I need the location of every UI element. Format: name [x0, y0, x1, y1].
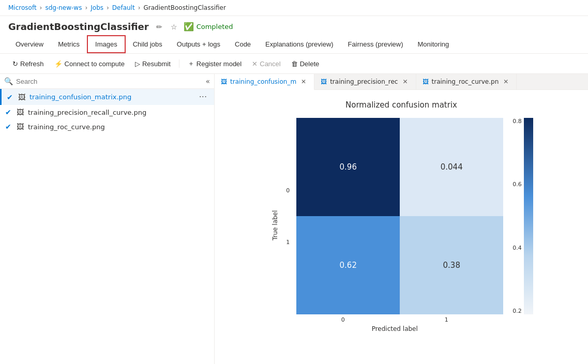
color-scale: 0.8 0.6 0.4 0.2: [512, 118, 533, 332]
register-model-button[interactable]: ＋ Register model: [184, 57, 246, 70]
tab-explanations[interactable]: Explanations (preview): [258, 36, 341, 52]
tab-monitoring[interactable]: Monitoring: [411, 36, 457, 52]
check-circle-icon: ✅: [184, 22, 194, 32]
cell-true1-pred0: 0.62: [296, 216, 400, 314]
x-tick-0: 0: [341, 316, 345, 323]
cell-true0-pred1: 0.044: [400, 118, 503, 216]
chart-area: Normalized confusion matrix True label 0…: [215, 90, 588, 364]
status-text: Completed: [197, 23, 233, 31]
search-bar: 🔍 «: [0, 74, 214, 89]
chart-title: Normalized confusion matrix: [345, 100, 457, 110]
connect-button[interactable]: ⚡ Connect to compute: [50, 58, 129, 70]
main-tabs: Overview Metrics Images Child jobs Outpu…: [0, 35, 588, 54]
file-item-confusion[interactable]: ✔ 🖼 training_confusion_matrix.png ···: [0, 89, 214, 105]
tab-images[interactable]: Images: [87, 35, 126, 53]
star-icon[interactable]: ☆: [169, 22, 179, 32]
plug-icon: ⚡: [54, 60, 63, 68]
tab-image-icon-2: 🖼: [321, 78, 327, 85]
tab-metrics[interactable]: Metrics: [51, 36, 87, 52]
y-ticks: 0 1: [286, 118, 296, 314]
file-name-roc[interactable]: training_roc_curve.png: [28, 123, 209, 131]
tab-fairness[interactable]: Fairness (preview): [341, 36, 411, 52]
check-icon: ✔: [7, 93, 15, 101]
content-tab-roc[interactable]: 🖼 training_roc_curve.pn ✕: [416, 74, 517, 89]
breadcrumb-jobs[interactable]: Jobs: [91, 4, 103, 11]
search-input[interactable]: [16, 78, 202, 85]
content-tab-label-precision: training_precision_rec: [330, 78, 398, 85]
cell-value-11: 0.38: [443, 261, 460, 270]
chart-main: 0 1 0.96 0.044: [286, 118, 503, 332]
cancel-icon: ✕: [252, 60, 258, 68]
close-tab-roc[interactable]: ✕: [502, 78, 510, 86]
file-sidebar: 🔍 « ✔ 🖼 training_confusion_matrix.png ··…: [0, 74, 215, 364]
confusion-matrix: 0.96 0.044 0.62 0.38: [296, 118, 503, 314]
main-layout: 🔍 « ✔ 🖼 training_confusion_matrix.png ··…: [0, 74, 588, 364]
refresh-button[interactable]: ↻ Refresh: [8, 58, 48, 70]
x-tick-1: 1: [445, 316, 448, 323]
collapse-panel-icon[interactable]: «: [205, 77, 210, 85]
check-icon-2: ✔: [5, 108, 13, 116]
content-area: 🖼 training_confusion_m ✕ 🖼 training_prec…: [215, 74, 588, 364]
scale-tick-labels: 0.8 0.6 0.4 0.2: [512, 118, 522, 314]
tab-image-icon-3: 🖼: [423, 78, 429, 85]
tab-image-icon: 🖼: [221, 78, 227, 85]
breadcrumb: Microsoft › sdg-new-ws › Jobs › Default …: [0, 0, 588, 16]
file-item-precision[interactable]: ✔ 🖼 training_precision_recall_curve.png: [0, 105, 214, 119]
color-scale-bar: [524, 118, 533, 314]
delete-button[interactable]: 🗑 Delete: [287, 58, 324, 70]
toolbar: ↻ Refresh ⚡ Connect to compute ▷ Resubmi…: [0, 54, 588, 74]
search-icon: 🔍: [4, 77, 13, 85]
more-options-icon[interactable]: ···: [197, 92, 209, 102]
close-tab-precision[interactable]: ✕: [401, 78, 409, 86]
refresh-icon: ↻: [12, 60, 18, 68]
x-axis-label: Predicted label: [372, 325, 418, 332]
edit-icon[interactable]: ✏: [154, 22, 164, 32]
check-icon-3: ✔: [5, 123, 13, 131]
y-tick-0: 0: [286, 187, 293, 194]
scale-tick-06: 0.6: [512, 181, 522, 188]
x-ticks: 0 1: [291, 316, 498, 323]
image-icon: 🖼: [18, 93, 26, 101]
content-tabs: 🖼 training_confusion_m ✕ 🖼 training_prec…: [215, 74, 588, 90]
content-tab-confusion[interactable]: 🖼 training_confusion_m ✕: [215, 74, 314, 90]
status-badge: ✅ Completed: [184, 22, 233, 32]
y-tick-1: 1: [286, 239, 293, 246]
trash-icon: 🗑: [291, 60, 298, 68]
page-header: GradientBoostingClassifier ✏ ☆ ✅ Complet…: [0, 16, 588, 35]
file-name-precision[interactable]: training_precision_recall_curve.png: [28, 109, 209, 116]
cell-value-00: 0.96: [340, 162, 357, 172]
chart-container: Normalized confusion matrix True label 0…: [225, 100, 578, 332]
tab-code[interactable]: Code: [228, 36, 258, 52]
file-name-confusion[interactable]: training_confusion_matrix.png: [29, 93, 194, 101]
resubmit-icon: ▷: [135, 60, 140, 68]
cancel-button[interactable]: ✕ Cancel: [248, 58, 284, 70]
breadcrumb-workspace[interactable]: sdg-new-ws: [45, 4, 82, 11]
resubmit-button[interactable]: ▷ Resubmit: [131, 58, 175, 70]
scale-tick-08: 0.8: [512, 118, 522, 125]
content-tab-precision[interactable]: 🖼 training_precision_rec ✕: [314, 74, 416, 89]
file-list: ✔ 🖼 training_confusion_matrix.png ··· ✔ …: [0, 89, 214, 364]
cell-true0-pred0: 0.96: [296, 118, 400, 216]
matrix-with-yticks: 0 1 0.96 0.044: [286, 118, 503, 314]
tab-overview[interactable]: Overview: [8, 36, 51, 52]
tab-childjobs[interactable]: Child jobs: [126, 36, 170, 52]
confusion-matrix-wrapper: True label 0 1: [269, 118, 533, 332]
breadcrumb-microsoft[interactable]: Microsoft: [8, 4, 37, 11]
breadcrumb-default[interactable]: Default: [112, 4, 135, 11]
image-icon-3: 🖼: [17, 123, 25, 131]
scale-tick-02: 0.2: [512, 308, 522, 314]
scale-tick-04: 0.4: [512, 245, 522, 251]
cell-value-01: 0.044: [441, 162, 463, 172]
cell-value-10: 0.62: [340, 261, 357, 270]
plus-icon: ＋: [188, 59, 194, 68]
y-axis-label: True label: [269, 118, 281, 332]
content-tab-label-confusion: training_confusion_m: [230, 78, 296, 85]
image-icon-2: 🖼: [17, 108, 25, 116]
page-title: GradientBoostingClassifier: [8, 21, 149, 32]
close-tab-confusion[interactable]: ✕: [299, 78, 308, 86]
file-item-roc[interactable]: ✔ 🖼 training_roc_curve.png: [0, 119, 214, 134]
tab-outputs[interactable]: Outputs + logs: [170, 36, 228, 52]
x-axis: 0 1 Predicted label: [286, 316, 503, 332]
breadcrumb-current: GradientBoostingClassifier: [143, 4, 225, 11]
cell-true1-pred1: 0.38: [400, 216, 503, 314]
